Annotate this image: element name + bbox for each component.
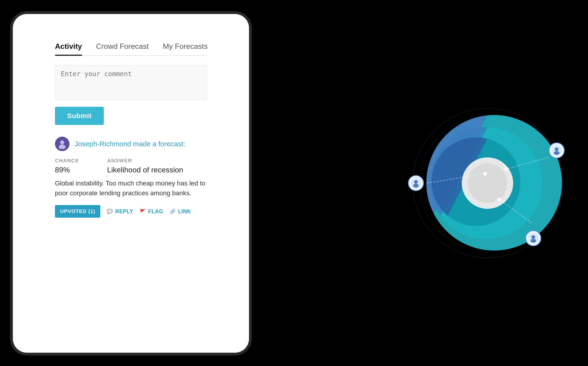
svg-point-24 [531, 239, 536, 243]
chance-label: CHANCE [55, 158, 79, 164]
svg-point-20 [555, 147, 558, 151]
svg-point-23 [531, 235, 535, 239]
link-icon: 🔗 [170, 209, 176, 214]
upvote-button[interactable]: UPVOTED (1) [55, 205, 100, 218]
svg-point-21 [554, 151, 559, 155]
forecast-body: Global instability. Too much cheap money… [55, 178, 207, 198]
comment-section: Submit [55, 65, 207, 125]
forecast-meta: CHANCE 89% ANSWER Likelihood of recessio… [55, 158, 207, 174]
activity-item: Joseph-Richmond made a forecast: CHANCE … [55, 137, 207, 218]
tablet-card: Activity Crowd Forecast My Forecasts Sub… [13, 14, 249, 353]
svg-point-2 [60, 140, 64, 144]
scene: Activity Crowd Forecast My Forecasts Sub… [0, 0, 588, 366]
chance-value: 89% [55, 166, 79, 174]
reply-link[interactable]: 💬 REPLY [107, 208, 133, 215]
comment-input[interactable] [55, 65, 207, 100]
svg-point-13 [483, 172, 487, 176]
svg-point-14 [504, 167, 508, 171]
svg-point-17 [414, 180, 418, 184]
answer-block: ANSWER Likelihood of recession [107, 158, 183, 174]
answer-label: ANSWER [107, 158, 183, 164]
action-bar: UPVOTED (1) 💬 REPLY 🚩 FLAG 🔗 LINK [55, 205, 207, 218]
svg-point-9 [468, 163, 507, 203]
activity-header: Joseph-Richmond made a forecast: [55, 137, 207, 151]
chance-block: CHANCE 89% [55, 158, 79, 174]
svg-point-3 [59, 145, 65, 149]
flag-icon: 🚩 [140, 209, 146, 214]
reply-icon: 💬 [107, 209, 113, 214]
share-link[interactable]: 🔗 LINK [170, 208, 191, 215]
tab-my-forecasts[interactable]: My Forecasts [163, 42, 208, 55]
tab-crowd-forecast[interactable]: Crowd Forecast [96, 42, 149, 55]
tab-bar: Activity Crowd Forecast My Forecasts [55, 42, 207, 56]
user-pin-bottom [525, 230, 541, 246]
user-pin-left [408, 175, 424, 191]
submit-button[interactable]: Submit [55, 107, 104, 125]
chart-area [406, 101, 569, 265]
answer-value: Likelihood of recession [107, 166, 183, 174]
user-pin-right [549, 143, 564, 158]
tab-activity[interactable]: Activity [55, 42, 82, 55]
avatar [55, 137, 70, 151]
flag-link[interactable]: 🚩 FLAG [140, 208, 163, 215]
activity-link[interactable]: Joseph-Richmond made a forecast: [75, 140, 185, 148]
svg-point-18 [413, 184, 419, 188]
svg-point-15 [497, 198, 501, 201]
